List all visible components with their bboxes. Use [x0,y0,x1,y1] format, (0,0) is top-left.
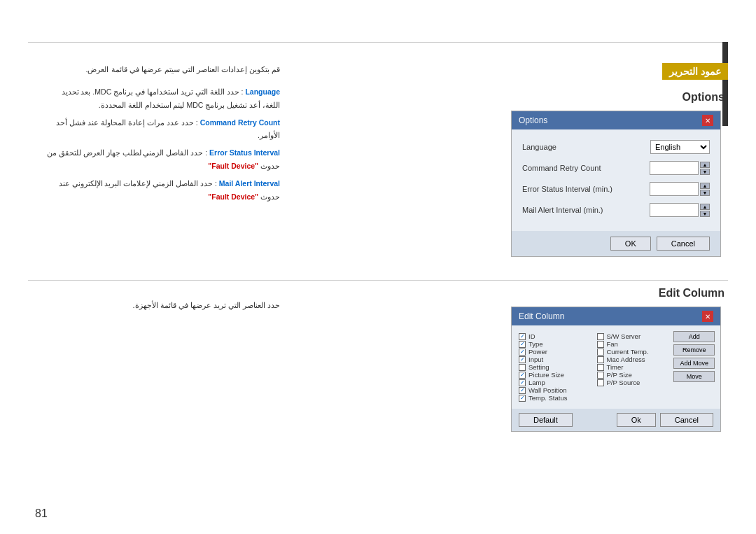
language-label: Language [245,87,280,96]
col-label-timer: Timer [607,363,624,371]
col-label-picture-size: Picture Size [528,371,564,379]
edit-left-column: ✓ ID ✓ Type ✓ Power ✓ In [519,332,590,402]
checkbox-fan[interactable] [597,341,604,348]
mail-interval-row: Mail Alert Interval (min.) 010 ▲ ▼ [522,203,710,217]
edit-col-temp-status: ✓ Temp. Status [519,394,590,402]
mail-interval-up[interactable]: ▲ [700,204,710,210]
retry-count-up[interactable]: ▲ [700,162,710,168]
arabic-title-badge: عمود التحرير [662,63,728,80]
col-label-wall-position: Wall Position [528,386,567,394]
checkbox-setting[interactable] [519,364,526,371]
add-move-button[interactable]: Add Move [673,358,715,369]
error-interval-spinner: ▲ ▼ [700,183,710,196]
edit-arabic-content: حدد العناصر التي تريد عرضها في قائمة الأ… [42,301,280,310]
retry-count-input[interactable]: 01 [650,161,699,175]
language-input-group: English [650,140,710,154]
options-cancel-button[interactable]: Cancel [657,237,710,251]
options-dialog-title: Options [519,115,547,125]
bullet-retry: Command Retry Count : حدد عدد مرات إعادة… [42,116,280,143]
col-label-type: Type [528,340,543,348]
edit-col-input: ✓ Input [519,356,590,363]
checkbox-id[interactable]: ✓ [519,333,526,340]
fault-device-1: "Fault Device" [208,162,258,170]
checkbox-sw-server[interactable] [597,333,604,340]
checkbox-pp-source[interactable] [597,379,604,386]
edit-dialog-body: ✓ ID ✓ Type ✓ Power ✓ In [512,325,720,409]
checkbox-wall-position[interactable]: ✓ [519,387,526,394]
edit-side-buttons: Add Remove Add Move Move [673,331,715,382]
mail-interval-label: Mail Alert Interval (min.) [522,206,650,214]
checkbox-type[interactable]: ✓ [519,341,526,348]
edit-col-wall-position: ✓ Wall Position [519,386,590,394]
col-label-pp-size: P/P Size [607,371,632,379]
language-field-label: Language [522,143,650,151]
col-label-sw-server: S/W Server [607,332,641,340]
mail-label: Mail Alert Interval [219,179,280,188]
mail-interval-input-group: 010 ▲ ▼ [650,203,710,217]
mail-interval-down[interactable]: ▼ [700,211,710,217]
move-button[interactable]: Move [673,371,715,382]
col-label-mac-address: Mac Address [607,356,645,363]
options-ok-button[interactable]: OK [610,237,651,251]
add-button[interactable]: Add [673,331,715,342]
checkbox-current-temp[interactable] [597,349,604,356]
options-title: Options [511,91,728,104]
middle-divider [28,280,728,281]
checkbox-lamp[interactable]: ✓ [519,379,526,386]
edit-dialog-content: ✓ ID ✓ Type ✓ Power ✓ In [512,325,720,431]
edit-col-mac-address: Mac Address [597,356,668,363]
edit-col-timer: Timer [597,363,668,371]
error-interval-down[interactable]: ▼ [700,190,710,196]
checkbox-timer[interactable] [597,364,604,371]
retry-count-spinner: ▲ ▼ [700,162,710,175]
edit-ok-cancel-group: Ok Cancel [617,413,713,427]
page-number: 81 [35,507,48,520]
retry-count-label: Command Retry Count [522,164,650,172]
error-interval-input[interactable]: 10 [650,182,699,196]
bullet-mail: Mail Alert Interval : حدد الفاصل الزمني … [42,177,280,204]
bullet-error: Error Status Interval : حدد الفاصل الزمن… [42,146,280,173]
error-interval-up[interactable]: ▲ [700,183,710,189]
edit-dialog-footer: Default Ok Cancel [512,409,720,431]
error-label: Error Status Interval [209,148,280,157]
options-dialog: Options ✕ Language English Command Retry… [511,111,721,257]
options-close-button[interactable]: ✕ [702,115,713,126]
checkbox-mac-address[interactable] [597,356,604,363]
checkbox-pp-size[interactable] [597,372,604,379]
col-label-current-temp: Current Temp. [607,348,649,356]
col-label-lamp: Lamp [528,379,545,386]
edit-col-pp-size: P/P Size [597,371,668,379]
edit-col-power: ✓ Power [519,348,590,356]
options-dialog-titlebar: Options ✕ [512,111,720,129]
checkbox-temp-status[interactable]: ✓ [519,395,526,402]
retry-count-down[interactable]: ▼ [700,169,710,175]
col-label-temp-status: Temp. Status [528,394,567,402]
edit-col-pp-source: P/P Source [597,379,668,386]
error-interval-label: Error Status Interval (min.) [522,185,650,193]
edit-col-fan: Fan [597,340,668,348]
edit-col-setting: Setting [519,363,590,371]
col-label-input: Input [528,356,543,363]
edit-right-column: S/W Server Fan Current Temp. Mac Ad [597,332,668,402]
checkbox-input[interactable]: ✓ [519,356,526,363]
col-label-pp-source: P/P Source [607,379,640,386]
language-select[interactable]: English [650,140,710,154]
edit-column-title: Edit Column [511,287,728,300]
arabic-content-area: قم بتكوين إعدادات العناصر التي سيتم عرضه… [42,63,280,208]
edit-section: Edit Column Edit Column ✕ ✓ ID ✓ Type [511,287,728,432]
edit-close-button[interactable]: ✕ [702,311,713,322]
mail-interval-input[interactable]: 010 [650,203,699,217]
edit-ok-button[interactable]: Ok [617,413,656,427]
edit-cancel-button[interactable]: Cancel [660,413,713,427]
edit-dialog-title: Edit Column [519,311,564,321]
col-label-power: Power [528,348,547,356]
edit-col-id: ✓ ID [519,332,590,340]
default-button[interactable]: Default [519,413,573,427]
col-label-fan: Fan [607,340,618,348]
remove-button[interactable]: Remove [673,344,715,356]
edit-dialog-titlebar: Edit Column ✕ [512,307,720,325]
checkbox-picture-size[interactable]: ✓ [519,372,526,379]
checkbox-power[interactable]: ✓ [519,349,526,356]
error-interval-input-group: 10 ▲ ▼ [650,182,710,196]
fault-device-2: "Fault Device" [208,192,258,201]
